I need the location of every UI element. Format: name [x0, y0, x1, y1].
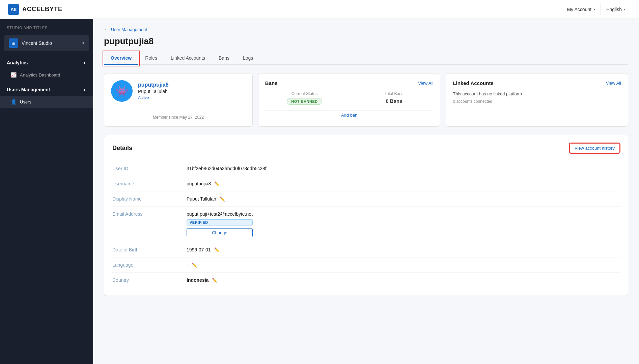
add-ban-button[interactable]: Add ban	[265, 110, 434, 120]
email-label: Email Address	[112, 211, 187, 217]
bans-view-all-link[interactable]: View All	[418, 81, 433, 86]
my-account-chevron-icon: ▾	[593, 7, 595, 11]
country-value: Indonesia ✏️	[187, 277, 217, 283]
username-value: puputpujia8 ✏️	[187, 181, 220, 186]
language-label: English	[606, 7, 622, 12]
avatar: 👾	[111, 80, 133, 102]
displayname-text: Puput Tallulah	[187, 196, 216, 202]
linked-accounts-count: 0 accounts connected	[453, 99, 621, 104]
details-title: Details	[112, 145, 132, 152]
bans-count: 0 Bans	[386, 98, 402, 104]
ban-status-badge: NOT BANNED	[287, 98, 322, 105]
analytics-group-header[interactable]: Analytics ▲	[0, 57, 93, 69]
bans-content: Current Status NOT BANNED Total Bans 0 B…	[265, 91, 434, 105]
linked-view-all-link[interactable]: View All	[606, 81, 621, 86]
users-management-group-label: Users Management	[7, 87, 50, 92]
bans-card-title: Bans	[265, 80, 278, 86]
profile-display-name: Puput Tallulah	[138, 89, 169, 94]
cards-row: 👾 puputpujia8 Puput Tallulah Active Memb…	[104, 73, 628, 127]
language-text: -	[187, 262, 188, 268]
email-verified-badge: VERIFIED	[187, 219, 253, 225]
studio-chevron-icon: ▾	[82, 41, 84, 46]
detail-row-userid: User ID 31bf2eb862d04a3abdd0f078ddb5c38f	[112, 161, 620, 176]
tab-logs[interactable]: Logs	[236, 52, 260, 65]
tabs: Overview Roles Linked Accounts Bans Logs	[104, 52, 628, 65]
displayname-label: Display Name	[112, 196, 187, 202]
total-bans-col: Total Bans 0 Bans	[355, 91, 433, 104]
tab-bans[interactable]: Bans	[212, 52, 236, 65]
details-section: Details View account history User ID 31b…	[104, 135, 628, 296]
dob-text: 1996-07-01	[187, 247, 211, 252]
breadcrumb-link[interactable]: User Management	[111, 27, 147, 32]
language-value: - ✏️	[187, 262, 197, 268]
analytics-dashboard-icon: 📈	[11, 72, 17, 78]
linked-accounts-title: Linked Accounts	[453, 80, 493, 86]
logo: A8 ACCELBYTE	[8, 4, 62, 15]
analytics-dashboard-label: Analytics Dashboard	[20, 72, 60, 78]
profile-info: puputpujia8 Puput Tallulah Active	[138, 82, 169, 100]
language-chevron-icon: ▾	[624, 7, 626, 11]
username-text: puputpujia8	[187, 181, 211, 186]
logo-text: ACCELBYTE	[22, 6, 62, 13]
total-bans-label: Total Bans	[385, 91, 404, 96]
detail-row-email: Email Address puput.puji+test2@accelbyte…	[112, 207, 620, 242]
detail-row-country: Country Indonesia ✏️	[112, 273, 620, 287]
topbar: A8 ACCELBYTE My Account ▾ English ▾	[0, 0, 639, 19]
dob-value: 1996-07-01 ✏️	[187, 247, 220, 252]
sidebar-section-label: STUDIO AND TITLES	[0, 19, 93, 32]
change-email-button[interactable]: Change	[187, 228, 253, 237]
linked-accounts-card: Linked Accounts View All This account ha…	[446, 73, 628, 127]
analytics-group-label: Analytics	[7, 60, 28, 65]
sidebar-users-management-group: Users Management ▲ 👤 Users	[0, 84, 93, 108]
tab-linked-accounts[interactable]: Linked Accounts	[164, 52, 212, 65]
tab-overview[interactable]: Overview	[104, 52, 138, 65]
sidebar-analytics-group: Analytics ▲ 📈 Analytics Dashboard	[0, 57, 93, 81]
dob-label: Date of Birth	[112, 247, 187, 252]
main-content: ← User Management puputpujia8 Overview R…	[93, 19, 639, 364]
profile-card: 👾 puputpujia8 Puput Tallulah Active Memb…	[104, 73, 253, 127]
detail-row-username: Username puputpujia8 ✏️	[112, 176, 620, 191]
tab-roles[interactable]: Roles	[138, 52, 164, 65]
my-account-label: My Account	[567, 7, 591, 12]
studio-selector[interactable]: ⊞ Vincent Studio ▾	[4, 35, 89, 51]
sidebar-item-users[interactable]: 👤 Users	[0, 96, 93, 108]
back-arrow-icon: ←	[104, 27, 108, 32]
studio-icon: ⊞	[9, 38, 18, 48]
userid-label: User ID	[112, 166, 187, 171]
country-edit-icon[interactable]: ✏️	[212, 278, 217, 283]
dob-edit-icon[interactable]: ✏️	[214, 247, 220, 252]
details-header: Details View account history	[112, 143, 620, 153]
my-account-button[interactable]: My Account ▾	[562, 4, 601, 15]
displayname-edit-icon[interactable]: ✏️	[220, 196, 225, 202]
topbar-right: My Account ▾ English ▾	[562, 4, 631, 15]
bans-card: Bans View All Current Status NOT BANNED …	[258, 73, 441, 127]
analytics-chevron-icon: ▲	[83, 61, 86, 65]
email-value: puput.puji+test2@accelbyte.net	[187, 211, 253, 217]
language-edit-icon[interactable]: ✏️	[192, 263, 197, 268]
displayname-value: Puput Tallulah ✏️	[187, 196, 225, 202]
profile-username: puputpujia8	[138, 82, 169, 88]
breadcrumb: ← User Management	[104, 27, 628, 32]
current-status-label: Current Status	[291, 91, 317, 96]
country-label: Country	[112, 277, 187, 283]
username-label: Username	[112, 181, 187, 186]
country-text: Indonesia	[187, 277, 209, 283]
users-management-chevron-icon: ▲	[83, 88, 86, 92]
users-label: Users	[20, 99, 31, 104]
users-management-group-header[interactable]: Users Management ▲	[0, 84, 93, 96]
view-account-history-button[interactable]: View account history	[569, 143, 620, 153]
language-field-label: Language	[112, 262, 187, 268]
no-linked-text: This account has no linked platform	[453, 91, 621, 96]
sidebar-item-analytics-dashboard[interactable]: 📈 Analytics Dashboard	[0, 69, 93, 81]
logo-icon: A8	[8, 4, 19, 15]
studio-name: Vincent Studio	[22, 40, 79, 46]
userid-value: 31bf2eb862d04a3abdd0f078ddb5c38f	[187, 166, 267, 171]
detail-row-dob: Date of Birth 1996-07-01 ✏️	[112, 242, 620, 257]
email-detail-col: puput.puji+test2@accelbyte.net VERIFIED …	[187, 211, 253, 237]
current-status-col: Current Status NOT BANNED	[265, 91, 344, 105]
language-button[interactable]: English ▾	[601, 4, 631, 15]
detail-row-language: Language - ✏️	[112, 257, 620, 273]
member-since: Member since May 27, 2022	[111, 115, 246, 120]
username-edit-icon[interactable]: ✏️	[214, 181, 220, 186]
users-icon: 👤	[11, 99, 17, 104]
